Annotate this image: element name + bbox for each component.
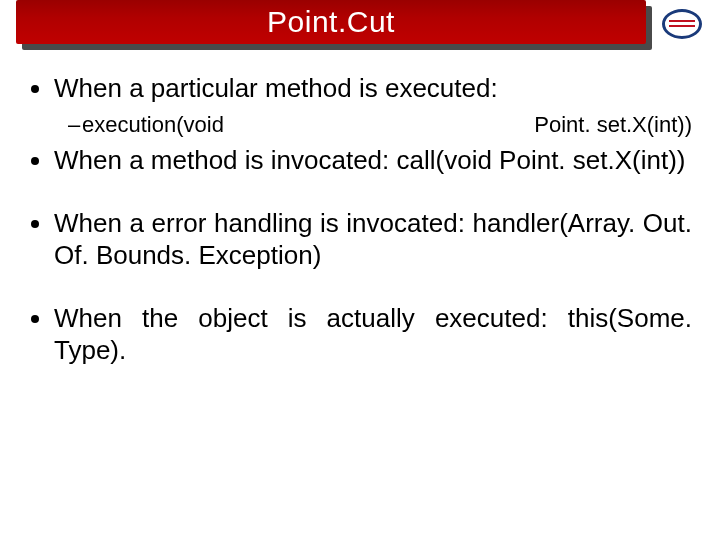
bullet-text: When the object is actually executed: th… <box>54 303 692 366</box>
slide-body: When a particular method is executed: – … <box>0 56 720 367</box>
bullet-text: When a error handling is invocated: hand… <box>54 208 692 271</box>
bullet-item: When a error handling is invocated: hand… <box>54 207 692 272</box>
sub-bullet-spacer <box>224 111 534 139</box>
bullet-item: When the object is actually executed: th… <box>54 302 692 367</box>
sub-bullet-list: – execution(void Point. set.X(int)) <box>54 111 692 139</box>
title-bar: Point.Cut <box>16 0 646 44</box>
bullet-text: When a particular method is executed: <box>54 73 498 103</box>
bullet-item: When a particular method is executed: – … <box>54 72 692 138</box>
bullet-list: When a particular method is executed: – … <box>28 72 692 367</box>
title-area: Point.Cut <box>0 0 720 56</box>
globe-logo-icon <box>658 6 706 42</box>
slide: Point.Cut When a particular method is ex… <box>0 0 720 540</box>
sub-bullet-item: – execution(void Point. set.X(int)) <box>68 111 692 139</box>
logo-ellipse <box>662 9 702 39</box>
slide-title: Point.Cut <box>267 5 395 39</box>
dash-icon: – <box>68 111 82 139</box>
sub-bullet-right: Point. set.X(int)) <box>534 111 692 139</box>
bullet-item: When a method is invocated: call(void Po… <box>54 144 692 177</box>
bullet-text: When a method is invocated: call(void Po… <box>54 145 686 175</box>
logo-stripes <box>669 18 695 30</box>
sub-bullet-left: execution(void <box>82 111 224 139</box>
